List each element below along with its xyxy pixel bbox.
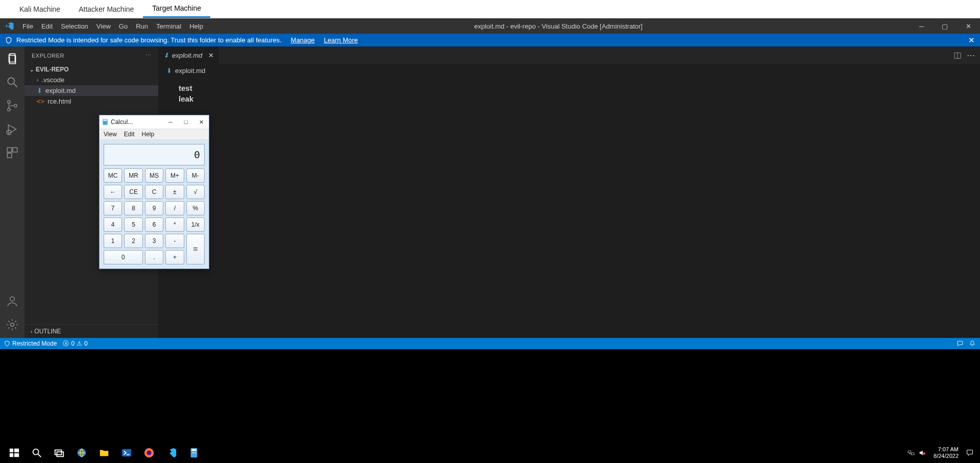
tree-item-rce-html[interactable]: <> rce.html <box>24 96 158 107</box>
calc-minimize-button[interactable]: ─ <box>163 119 178 125</box>
calculator-window[interactable]: Calcul... ─ □ ✕ View Edit Help 0 MC MR M… <box>99 115 209 269</box>
tray-network-icon[interactable] <box>907 449 915 457</box>
calc-btn-ce[interactable]: CE <box>124 185 142 199</box>
calc-btn-plus[interactable]: + <box>165 250 184 264</box>
desktop-gap <box>0 349 980 443</box>
taskbar-powershell-icon[interactable] <box>115 443 138 463</box>
outline-section[interactable]: OUTLINE <box>24 324 158 338</box>
accounts-icon[interactable] <box>5 294 19 308</box>
editor-tab-exploit[interactable]: ⬇ exploit.md ✕ <box>158 46 219 64</box>
split-editor-icon[interactable] <box>953 52 962 60</box>
calc-btn-6[interactable]: 6 <box>145 217 163 232</box>
explorer-folder-root[interactable]: EVIL-REPO <box>24 64 158 75</box>
calc-menu-view[interactable]: View <box>104 131 117 138</box>
editor-body[interactable]: test leak <box>158 77 980 338</box>
calculator-display: 0 <box>104 144 205 165</box>
svg-point-3 <box>8 108 10 111</box>
calc-btn-divide[interactable]: / <box>165 201 184 215</box>
menu-help[interactable]: Help <box>185 22 207 30</box>
markdown-file-icon: ⬇ <box>163 52 169 59</box>
calc-btn-4[interactable]: 4 <box>104 217 122 232</box>
calc-btn-equals[interactable]: = <box>186 234 205 264</box>
calc-menu-help[interactable]: Help <box>141 131 154 138</box>
source-control-icon[interactable] <box>5 99 19 113</box>
menu-view[interactable]: View <box>92 22 115 30</box>
maximize-button[interactable]: ▢ <box>933 18 957 34</box>
tab-close-icon[interactable]: ✕ <box>208 52 214 59</box>
tray-volume-icon[interactable]: x <box>918 449 926 457</box>
lab-tab-attacker[interactable]: Attacker Machine <box>69 0 143 18</box>
vscode-logo-icon <box>0 21 14 31</box>
calc-maximize-button[interactable]: □ <box>178 119 193 125</box>
editor-more-icon[interactable]: ⋯ <box>967 51 975 60</box>
status-problems[interactable]: ⓧ0 ⚠0 <box>63 339 87 348</box>
calc-btn-1[interactable]: 1 <box>104 234 122 248</box>
lab-tabs: Kali Machine Attacker Machine Target Mac… <box>0 0 980 18</box>
banner-learn-more-link[interactable]: Learn More <box>324 36 358 44</box>
menu-file[interactable]: File <box>18 22 37 30</box>
calc-btn-0[interactable]: 0 <box>104 250 143 264</box>
calc-btn-mminus[interactable]: M- <box>186 168 205 183</box>
svg-line-20 <box>38 454 41 457</box>
menu-terminal[interactable]: Terminal <box>152 22 185 30</box>
search-icon[interactable] <box>5 75 19 89</box>
menu-edit[interactable]: Edit <box>37 22 57 30</box>
taskbar-file-explorer-icon[interactable] <box>93 443 115 463</box>
taskbar-clock[interactable]: 7:07 AM 8/24/2022 <box>929 446 963 459</box>
breadcrumb-label: exploit.md <box>175 67 205 75</box>
calc-btn-negate[interactable]: ± <box>165 185 184 199</box>
taskbar-vscode-icon[interactable] <box>160 443 183 463</box>
calc-btn-mr[interactable]: MR <box>124 168 142 183</box>
status-restricted-mode[interactable]: Restricted Mode <box>4 340 57 347</box>
task-view-icon[interactable] <box>48 443 70 463</box>
settings-gear-icon[interactable] <box>5 318 19 332</box>
calculator-titlebar[interactable]: Calcul... ─ □ ✕ <box>100 115 209 129</box>
calc-btn-mc[interactable]: MC <box>104 168 122 183</box>
calculator-title: Calcul... <box>111 118 133 126</box>
taskbar-ie-icon[interactable] <box>70 443 93 463</box>
calc-btn-9[interactable]: 9 <box>145 201 163 215</box>
calc-btn-minus[interactable]: - <box>165 234 184 248</box>
taskbar-search-icon[interactable] <box>26 443 48 463</box>
menu-go[interactable]: Go <box>115 22 132 30</box>
calc-btn-mplus[interactable]: M+ <box>165 168 184 183</box>
svg-rect-15 <box>10 449 13 452</box>
calc-btn-decimal[interactable]: . <box>145 250 163 264</box>
notifications-bell-icon[interactable] <box>969 340 976 347</box>
taskbar-calculator-icon[interactable] <box>183 443 205 463</box>
calc-btn-8[interactable]: 8 <box>124 201 142 215</box>
calc-btn-7[interactable]: 7 <box>104 201 122 215</box>
action-center-icon[interactable] <box>966 449 974 457</box>
taskbar-firefox-icon[interactable] <box>138 443 160 463</box>
calc-btn-multiply[interactable]: * <box>165 217 184 232</box>
banner-close-icon[interactable]: ✕ <box>968 36 975 45</box>
calc-btn-3[interactable]: 3 <box>145 234 163 248</box>
explorer-more-icon[interactable]: ⋯ <box>145 52 152 59</box>
start-button[interactable] <box>3 443 26 463</box>
calc-btn-ms[interactable]: MS <box>145 168 163 183</box>
lab-tab-target[interactable]: Target Machine <box>143 0 210 18</box>
calc-menu-edit[interactable]: Edit <box>124 131 135 138</box>
extensions-icon[interactable] <box>5 145 19 160</box>
tree-item-vscode-folder[interactable]: .vscode <box>24 75 158 85</box>
lab-tab-kali[interactable]: Kali Machine <box>10 0 69 18</box>
minimize-button[interactable]: ─ <box>910 18 933 34</box>
calc-close-button[interactable]: ✕ <box>193 119 209 126</box>
calc-btn-2[interactable]: 2 <box>124 234 142 248</box>
calc-btn-sqrt[interactable]: √ <box>186 185 205 199</box>
explorer-icon[interactable] <box>5 52 19 66</box>
calc-btn-percent[interactable]: % <box>186 201 205 215</box>
calc-btn-back[interactable]: ← <box>104 185 122 199</box>
tree-item-exploit-md[interactable]: ⬇ exploit.md <box>24 85 158 96</box>
calc-btn-5[interactable]: 5 <box>124 217 142 232</box>
run-debug-icon[interactable] <box>5 122 19 136</box>
breadcrumb[interactable]: ⬇ exploit.md <box>158 64 980 77</box>
menu-run[interactable]: Run <box>132 22 152 30</box>
editor-tabs: ⬇ exploit.md ✕ ⋯ <box>158 46 980 64</box>
calc-btn-reciprocal[interactable]: 1/x <box>186 217 205 232</box>
feedback-icon[interactable] <box>957 340 964 347</box>
calc-btn-c[interactable]: C <box>145 185 163 199</box>
menu-selection[interactable]: Selection <box>57 22 92 30</box>
close-button[interactable]: ✕ <box>957 18 980 34</box>
banner-manage-link[interactable]: Manage <box>291 36 315 44</box>
